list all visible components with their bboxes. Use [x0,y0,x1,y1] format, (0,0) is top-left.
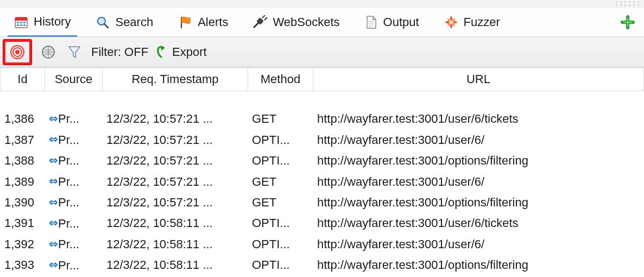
cell-timestamp: 12/3/22, 10:58:11 ... [102,213,248,234]
cell-source: ⇔Pr... [45,150,102,171]
svg-rect-6 [20,24,22,26]
cell-url: http://wayfarer.test:3001/user/6/ [313,234,644,255]
filter-status-label: Filter: OFF [91,45,148,59]
table-row[interactable]: 1,386⇔Pr...12/3/22, 10:57:21 ...GEThttp:… [0,109,644,129]
svg-line-9 [104,24,108,28]
cell-source-label: Pr... [58,110,79,128]
cell-source: ⇔Pr... [45,192,102,213]
cell-method: GET [248,192,313,213]
svg-rect-4 [23,22,26,23]
export-label: Export [172,45,207,59]
document-icon [365,15,378,29]
tab-websockets[interactable]: WebSockets [247,8,346,36]
col-header-timestamp[interactable]: Req. Timestamp [103,68,248,91]
table-row[interactable]: 1,390⇔Pr...12/3/22, 10:57:21 ...GEThttp:… [0,192,644,213]
history-table-body: 1,386⇔Pr...12/3/22, 10:57:21 ...GEThttp:… [0,91,644,276]
table-row[interactable]: 1,391⇔Pr...12/3/22, 10:58:11 ...OPTI...h… [0,213,644,234]
plus-icon [620,15,635,30]
cell-url: http://wayfarer.test:3001/options/filter… [313,255,644,275]
col-header-url[interactable]: URL [313,68,644,91]
cell-source-label: Pr... [58,194,79,211]
cell-timestamp: 12/3/22, 10:58:11 ... [102,234,248,255]
svg-line-11 [254,23,258,27]
globe-link-icon [41,45,55,59]
target-icon [10,45,25,60]
cell-source: ⇔Pr... [45,255,102,275]
table-row[interactable]: 1,387⇔Pr...12/3/22, 10:57:21 ...OPTI...h… [0,129,644,150]
table-row[interactable] [0,91,644,109]
cell-url: http://wayfarer.test:3001/user/6/ [313,171,644,192]
tab-fuzzer[interactable]: Fuzzer [438,8,507,36]
cell-timestamp: 12/3/22, 10:57:21 ... [102,109,248,129]
col-header-id[interactable]: Id [1,68,45,91]
tab-search-label: Search [115,15,153,29]
export-button[interactable]: Export [156,43,207,61]
cell-timestamp: 12/3/22, 10:57:21 ... [102,129,248,150]
cell-method: OPTI... [248,213,313,234]
cell-url: http://wayfarer.test:3001/user/6/ [313,129,644,150]
bottom-panel-tabbar: History Search Alerts WebSockets Output [0,8,644,37]
calendar-icon [14,15,28,29]
filter-button[interactable] [65,43,84,61]
cell-id: 1,389 [0,171,45,192]
proxy-arrows-icon: ⇔ [49,111,56,127]
svg-rect-3 [20,22,22,23]
table-row[interactable]: 1,388⇔Pr...12/3/22, 10:57:21 ...OPTI...h… [0,150,644,171]
add-tab-button[interactable] [620,15,635,30]
svg-point-20 [450,21,453,24]
cell-method: GET [248,109,313,129]
table-row[interactable]: 1,389⇔Pr...12/3/22, 10:57:21 ...GEThttp:… [0,171,644,192]
proxy-arrows-icon: ⇔ [49,257,56,273]
svg-rect-2 [17,22,19,23]
proxy-arrows-icon: ⇔ [49,173,56,189]
table-row[interactable]: 1,393⇔Pr...12/3/22, 10:58:11 ...OPTI...h… [0,255,644,275]
window-top-strip [0,0,644,8]
cell-id: 1,388 [0,150,45,171]
cell-id: 1,390 [0,192,45,213]
tab-history[interactable]: History [8,8,77,37]
export-arrow-icon [156,45,168,59]
cell-source: ⇔Pr... [45,213,102,234]
tab-websockets-label: WebSockets [273,15,339,29]
cell-method: OPTI... [248,129,313,150]
cell-source-label: Pr... [58,173,79,191]
tab-fuzzer-label: Fuzzer [464,15,500,29]
cell-source-label: Pr... [58,215,79,232]
tab-output-label: Output [383,15,419,29]
cell-url: http://wayfarer.test:3001/user/6/tickets [313,109,644,129]
plug-icon [253,15,267,29]
link-with-sites-button[interactable] [39,43,58,61]
cell-source: ⇔Pr... [45,234,102,255]
cell-timestamp: 12/3/22, 10:57:21 ... [102,150,248,171]
burst-icon [444,15,458,29]
tab-search[interactable]: Search [89,8,160,36]
table-row[interactable]: 1,392⇔Pr...12/3/22, 10:58:11 ...OPTI...h… [0,234,644,255]
svg-rect-5 [17,24,19,26]
proxy-arrows-icon: ⇔ [49,153,56,168]
funnel-icon [68,45,81,59]
cell-timestamp: 12/3/22, 10:58:11 ... [102,255,248,275]
cell-source-label: Pr... [58,152,79,169]
cell-id: 1,386 [0,109,45,129]
drag-grip-icon[interactable] [616,1,641,7]
col-header-method[interactable]: Method [248,68,313,91]
col-header-source[interactable]: Source [45,68,103,91]
cell-source: ⇔Pr... [45,109,102,129]
tab-alerts[interactable]: Alerts [172,8,235,36]
cell-id: 1,392 [0,234,45,255]
cell-timestamp: 12/3/22, 10:57:21 ... [102,171,248,192]
cell-id: 1,391 [0,213,45,234]
scope-button[interactable] [3,40,31,65]
tab-alerts-label: Alerts [198,15,228,29]
cell-method: OPTI... [248,255,313,275]
cell-url: http://wayfarer.test:3001/options/filter… [313,150,644,171]
history-table-body-scroll[interactable]: 1,386⇔Pr...12/3/22, 10:57:21 ...GEThttp:… [0,91,644,276]
proxy-arrows-icon: ⇔ [49,131,56,147]
proxy-arrows-icon: ⇔ [49,215,56,231]
history-table-header: Id Source Req. Timestamp Method URL [1,68,644,91]
search-icon [96,15,110,29]
cell-timestamp: 12/3/22, 10:57:21 ... [102,192,248,213]
cell-url: http://wayfarer.test:3001/user/6/tickets [313,213,644,234]
tab-output[interactable]: Output [358,8,426,36]
cell-url: http://wayfarer.test:3001/options/filter… [313,192,644,213]
